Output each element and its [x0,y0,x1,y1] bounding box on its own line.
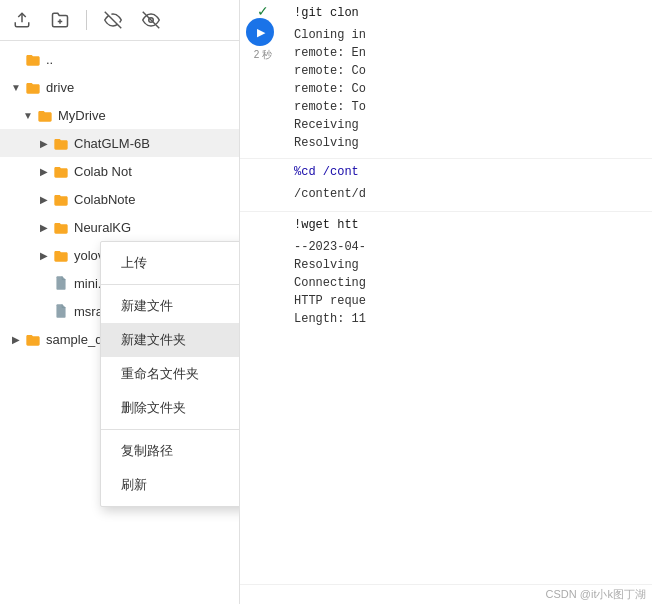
folder-icon-colabnote [52,190,70,208]
menu-item-refresh[interactable]: 刷新 [101,468,239,502]
file-icon-msra-tea [52,304,70,318]
output-line-3: remote: Co [294,80,638,98]
tree-item-colab-not[interactable]: Colab Not [0,157,239,185]
hide2-button[interactable] [137,6,165,34]
terminal-panel: ✓ 2 秒 !git clon Cloning in remote: En re… [240,0,652,604]
tree-item-neuralkg[interactable]: NeuralKG [0,213,239,241]
menu-item-copy-path[interactable]: 复制路径 [101,434,239,468]
cell-3-command: !wget htt [286,216,646,234]
cell-1-output: Cloning in remote: En remote: Co remote:… [286,22,646,156]
folder-icon-mydrive [36,106,54,124]
arrow-colab-not [36,163,52,179]
label-mydrive: MyDrive [58,108,106,123]
cell-1-content: !git clon Cloning in remote: En remote: … [286,4,646,156]
arrow-mydrive [20,107,36,123]
file-toolbar [0,0,239,41]
output-line-1: remote: En [294,44,638,62]
menu-item-new-folder[interactable]: 新建文件夹 [101,323,239,357]
arrow-chatglm [36,135,52,151]
tree-item-chatglm[interactable]: ChatGLM-6B [0,129,239,157]
watermark: CSDN @it小k图丁湖 [240,585,652,604]
folder-icon-dotdot [24,50,42,68]
cell-2-output-line: /content/d [294,185,638,203]
output-line-2: remote: Co [294,62,638,80]
arrow-sample-data [8,331,24,347]
hide-button[interactable] [99,6,127,34]
output-line-4: remote: To [294,98,638,116]
cell-3-output-3: HTTP reque [294,292,638,310]
output-line-5: Receiving [294,116,638,134]
label-colabnote: ColabNote [74,192,135,207]
checkmark-1: ✓ [257,4,269,18]
git-command-text: !git clon [294,6,359,20]
upload-button[interactable] [8,6,36,34]
label-drive: drive [46,80,74,95]
cell-1-gutter: ✓ 2 秒 [246,4,280,156]
folder-icon-neuralkg [52,218,70,236]
folder-icon-colab-not [52,162,70,180]
folder-icon-sample-data [24,330,42,348]
folder-icon-chatglm [52,134,70,152]
cell-3-output-2: Connecting [294,274,638,292]
label-dotdot: .. [46,52,53,67]
cell-2: %cd /cont /content/d [240,159,652,212]
menu-item-delete-folder[interactable]: 删除文件夹 [101,391,239,425]
wget-command-text: !wget htt [294,218,359,232]
arrow-drive [8,79,24,95]
folder-icon-drive [24,78,42,96]
cell-3-output-4: Length: 11 [294,310,638,328]
run-button-1[interactable] [246,18,274,46]
cell-2-command: %cd /cont [286,163,646,181]
arrow-neuralkg [36,219,52,235]
cell-3-content: !wget htt --2023-04- Resolving Connectin… [286,216,646,580]
cell-3-gutter [246,216,280,580]
tree-item-drive[interactable]: drive [0,73,239,101]
cell-3: !wget htt --2023-04- Resolving Connectin… [240,212,652,585]
menu-item-upload[interactable]: 上传 [101,246,239,280]
menu-separator-2 [101,429,239,430]
menu-separator-1 [101,284,239,285]
label-chatglm: ChatGLM-6B [74,136,150,151]
label-neuralkg: NeuralKG [74,220,131,235]
cell-2-output: /content/d [286,181,646,207]
output-line-6: Resolving [294,134,638,152]
menu-item-rename-folder[interactable]: 重命名文件夹 [101,357,239,391]
cell-2-gutter [246,163,280,207]
new-folder-button[interactable] [46,6,74,34]
cell-1: ✓ 2 秒 !git clon Cloning in remote: En re… [240,0,652,159]
cell-1-command: !git clon [286,4,646,22]
context-menu: 上传 新建文件 新建文件夹 重命名文件夹 删除文件夹 复制路径 刷新 [100,241,239,507]
arrow-colabnote [36,191,52,207]
toolbar-divider [86,10,87,30]
file-browser-panel: .. drive MyDrive [0,0,240,604]
tree-item-mydrive[interactable]: MyDrive [0,101,239,129]
cell-3-output-1: Resolving [294,256,638,274]
output-line-0: Cloning in [294,26,638,44]
cell-3-output-0: --2023-04- [294,238,638,256]
cell-3-output: --2023-04- Resolving Connecting HTTP req… [286,234,646,332]
cd-command-text: %cd /cont [294,165,359,179]
label-colab-not: Colab Not [74,164,132,179]
tree-item-colabnote[interactable]: ColabNote [0,185,239,213]
cell-time-1: 2 秒 [254,48,272,61]
menu-item-new-file[interactable]: 新建文件 [101,289,239,323]
file-tree: .. drive MyDrive [0,41,239,604]
cell-2-content: %cd /cont /content/d [286,163,646,207]
file-icon-mini-sh [52,276,70,290]
tree-item-dotdot[interactable]: .. [0,45,239,73]
arrow-yolov71 [36,247,52,263]
folder-icon-yolov71 [52,246,70,264]
terminal-area: ✓ 2 秒 !git clon Cloning in remote: En re… [240,0,652,604]
